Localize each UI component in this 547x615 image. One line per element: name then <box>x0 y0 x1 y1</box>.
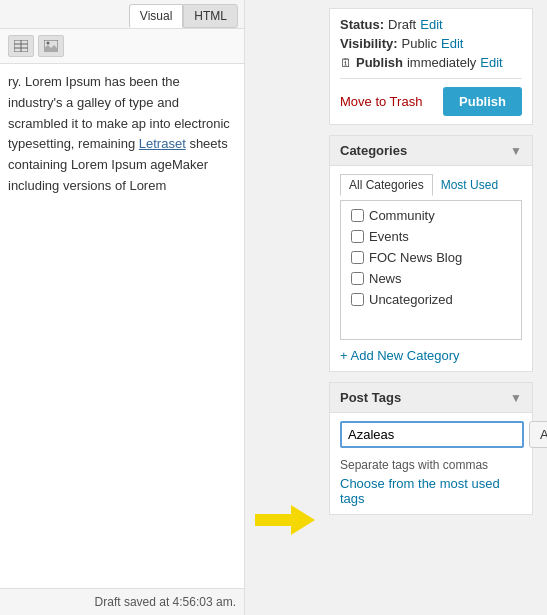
collapse-icon[interactable]: ▼ <box>510 144 522 158</box>
draft-saved-status: Draft saved at 4:56:03 am. <box>95 595 236 609</box>
publish-time-edit-link[interactable]: Edit <box>480 55 502 70</box>
image-icon[interactable] <box>38 35 64 57</box>
choose-most-used-tags-link[interactable]: Choose from the most used tags <box>330 476 532 514</box>
editor-footer: Draft saved at 4:56:03 am. <box>0 588 244 615</box>
visibility-row: Visibility: Public Edit <box>340 36 522 51</box>
category-label-community: Community <box>369 208 435 223</box>
visibility-edit-link[interactable]: Edit <box>441 36 463 51</box>
tab-most-used[interactable]: Most Used <box>433 174 506 196</box>
category-label-uncategorized: Uncategorized <box>369 292 453 307</box>
publish-label: Publish <box>356 55 403 70</box>
arrow-area <box>245 0 315 615</box>
calendar-icon: 🗓 <box>340 56 352 70</box>
tags-collapse-icon[interactable]: ▼ <box>510 391 522 405</box>
visibility-label: Visibility: <box>340 36 398 51</box>
category-checkbox-uncategorized[interactable] <box>351 293 364 306</box>
category-checkbox-events[interactable] <box>351 230 364 243</box>
publish-when: immediately <box>407 55 476 70</box>
editor-toolbar <box>0 29 244 64</box>
category-label-foc: FOC News Blog <box>369 250 462 265</box>
list-item[interactable]: News <box>351 268 511 289</box>
editor-content-area: ry. Lorem Ipsum has been the industry's … <box>0 64 244 588</box>
move-to-trash-link[interactable]: Move to Trash <box>340 94 422 109</box>
list-item[interactable]: Community <box>351 205 511 226</box>
category-label-news: News <box>369 271 402 286</box>
category-checkbox-community[interactable] <box>351 209 364 222</box>
status-label: Status: <box>340 17 384 32</box>
publish-box: Status: Draft Edit Visibility: Public Ed… <box>329 8 533 125</box>
publish-actions: Move to Trash Publish <box>340 78 522 116</box>
add-tag-button[interactable]: Add <box>529 421 547 448</box>
post-tags-header: Post Tags ▼ <box>330 383 532 413</box>
table-icon[interactable] <box>8 35 34 57</box>
list-item[interactable]: FOC News Blog <box>351 247 511 268</box>
category-label-events: Events <box>369 229 409 244</box>
arrow-icon <box>255 505 315 535</box>
tags-input-row: Add <box>330 413 532 456</box>
publish-button[interactable]: Publish <box>443 87 522 116</box>
tab-all-categories[interactable]: All Categories <box>340 174 433 196</box>
editor-tab-bar: Visual HTML <box>0 0 244 29</box>
svg-point-5 <box>47 42 50 45</box>
post-tags-box: Post Tags ▼ Add Separate tags with comma… <box>329 382 533 515</box>
letraset-link[interactable]: Letraset <box>139 136 186 151</box>
status-edit-link[interactable]: Edit <box>420 17 442 32</box>
visibility-value: Public <box>402 36 437 51</box>
editor-panel: Visual HTML ry. Lorem Ipsum has been the… <box>0 0 245 615</box>
list-item[interactable]: Events <box>351 226 511 247</box>
status-value: Draft <box>388 17 416 32</box>
category-checkbox-foc[interactable] <box>351 251 364 264</box>
right-panel: Status: Draft Edit Visibility: Public Ed… <box>315 0 547 615</box>
add-new-category-link[interactable]: + Add New Category <box>330 340 532 371</box>
category-tabs: All Categories Most Used <box>330 166 532 200</box>
category-list: Community Events FOC News Blog News Unca… <box>340 200 522 340</box>
tags-hint-text: Separate tags with commas <box>330 456 532 476</box>
category-checkbox-news[interactable] <box>351 272 364 285</box>
categories-title: Categories <box>340 143 407 158</box>
post-tags-title: Post Tags <box>340 390 401 405</box>
status-row: Status: Draft Edit <box>340 17 522 32</box>
editor-text: ry. Lorem Ipsum has been the industry's … <box>8 74 230 193</box>
list-item[interactable]: Uncategorized <box>351 289 511 310</box>
publish-time-row: 🗓 Publish immediately Edit <box>340 55 522 70</box>
categories-header: Categories ▼ <box>330 136 532 166</box>
tag-input-field[interactable] <box>340 421 524 448</box>
tab-html[interactable]: HTML <box>183 4 238 28</box>
categories-box: Categories ▼ All Categories Most Used Co… <box>329 135 533 372</box>
tab-visual[interactable]: Visual <box>129 4 183 28</box>
